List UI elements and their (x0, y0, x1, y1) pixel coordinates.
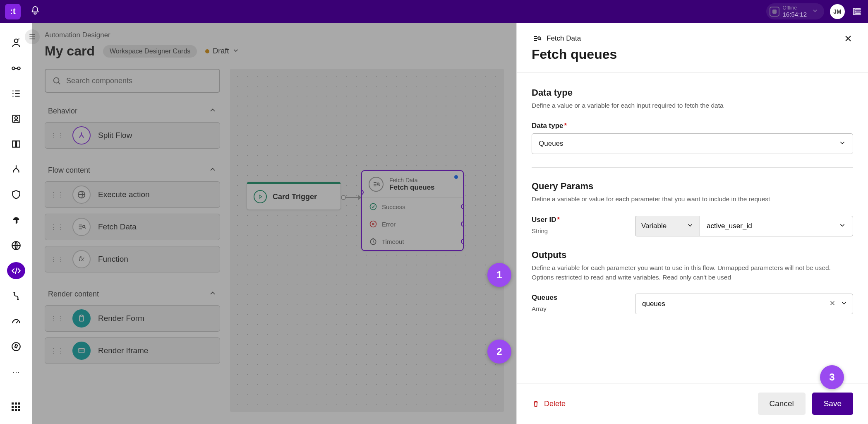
node-fetch-queues[interactable]: Fetch Data Fetch queues Success (361, 170, 464, 251)
nav-user-icon[interactable] (7, 34, 25, 51)
timeout-icon (369, 237, 378, 246)
notification-icon[interactable] (31, 6, 40, 17)
nav-fingerprint-icon[interactable] (7, 212, 25, 229)
component-function[interactable]: ⋮⋮ fx Function (45, 246, 220, 272)
section-flow-content[interactable]: Flow content (45, 164, 220, 181)
close-button[interactable] (843, 34, 853, 46)
fetch-icon (532, 34, 542, 43)
param-queues: Queues Array queues (532, 294, 853, 314)
select-data-type[interactable]: Queues (532, 133, 853, 154)
field-type: String (532, 227, 627, 234)
output-value-select[interactable]: queues (635, 294, 853, 314)
component-render-iframe[interactable]: ⋮⋮ Render Iframe (45, 337, 220, 364)
sidebar-collapse-button[interactable] (25, 29, 40, 44)
component-execute-action[interactable]: ⋮⋮ Execute action (45, 181, 220, 208)
search-input[interactable]: Search components (45, 69, 220, 93)
drag-handle-icon: ⋮⋮ (50, 132, 65, 140)
node-type-label: Fetch Data (389, 177, 435, 183)
component-label: Split Flow (98, 131, 132, 140)
nav-logic-icon[interactable] (7, 287, 25, 304)
drag-handle-icon: ⋮⋮ (50, 191, 65, 199)
callout-2: 2 (487, 340, 511, 364)
chevron-down-icon (686, 222, 694, 231)
chevron-up-icon (209, 106, 217, 116)
save-button[interactable]: Save (812, 393, 853, 415)
output-port[interactable] (461, 204, 464, 210)
page-title: My card (45, 43, 95, 59)
component-fetch-data[interactable]: ⋮⋮ Fetch Data (45, 214, 220, 240)
section-desc: Define a variable for each parameter you… (532, 263, 853, 282)
svg-point-20 (377, 183, 379, 185)
svg-point-4 (14, 39, 18, 43)
chevron-down-icon (839, 139, 846, 148)
nav-compass-icon[interactable] (7, 338, 25, 355)
svg-point-12 (12, 343, 20, 351)
svg-rect-10 (17, 141, 20, 147)
node-label: Card Trigger (273, 193, 317, 201)
drag-handle-icon: ⋮⋮ (50, 347, 65, 355)
flow-canvas[interactable]: Card Trigger Fetch Data Fetch (230, 69, 504, 412)
section-behavior[interactable]: Behavior (45, 104, 220, 122)
variable-value-select[interactable]: active_user_id (700, 216, 853, 236)
status-pill[interactable]: Offline 16:54:12 (766, 3, 824, 19)
svg-rect-2 (856, 11, 860, 12)
left-nav: ⋯ (0, 23, 32, 424)
component-render-form[interactable]: ⋮⋮ Render Form (45, 305, 220, 332)
play-icon (254, 190, 267, 203)
section-title: Data type (532, 87, 853, 98)
output-port[interactable] (461, 239, 464, 244)
chevron-down-icon (232, 47, 240, 56)
chevron-down-icon (839, 222, 846, 231)
search-icon (52, 76, 61, 85)
nav-code-icon[interactable] (7, 262, 25, 279)
clear-icon[interactable] (829, 299, 836, 309)
svg-point-5 (12, 67, 15, 70)
callout-1: 1 (487, 263, 511, 287)
callout-3: 3 (820, 365, 844, 389)
nav-apps-icon[interactable] (7, 398, 25, 416)
component-label: Fetch Data (98, 222, 137, 231)
nav-link-icon[interactable] (7, 60, 25, 77)
user-avatar[interactable]: JM (830, 4, 845, 19)
nav-contact-icon[interactable] (7, 110, 25, 127)
chevron-down-icon (840, 299, 848, 309)
section-label: Flow content (48, 166, 90, 175)
nav-branch-icon[interactable] (7, 161, 25, 178)
panel-toggle-icon[interactable] (851, 5, 863, 18)
param-user-id: User ID* String Variable active_user_id (532, 216, 853, 236)
variable-type-select[interactable]: Variable (635, 216, 700, 236)
svg-point-13 (54, 78, 59, 83)
function-icon: fx (72, 250, 91, 268)
svg-point-21 (370, 204, 376, 210)
app-logo[interactable]: :t (5, 4, 21, 19)
section-desc: Define a variable or value for each para… (532, 194, 853, 204)
svg-point-6 (17, 67, 20, 70)
delete-label: Delete (544, 400, 566, 408)
section-title: Query Params (532, 181, 853, 192)
component-label: Render Iframe (98, 346, 148, 355)
section-label: Behavior (48, 107, 77, 116)
delete-button[interactable]: Delete (532, 400, 566, 408)
section-title: Outputs (532, 250, 853, 260)
node-card-trigger[interactable]: Card Trigger (247, 182, 341, 210)
drag-handle-icon: ⋮⋮ (50, 315, 65, 323)
status-label: Offline (783, 5, 807, 11)
nav-more-icon[interactable]: ⋯ (7, 364, 25, 381)
nav-globe-icon[interactable] (7, 237, 25, 254)
nav-columns-icon[interactable] (7, 136, 25, 153)
nav-list-icon[interactable] (7, 85, 25, 102)
split-icon (72, 126, 91, 145)
breadcrumb: Automation Designer (45, 31, 504, 39)
section-render-content[interactable]: Render content (45, 287, 220, 305)
node-title: Fetch queues (389, 183, 435, 192)
form-icon (72, 309, 91, 328)
status-dropdown[interactable]: Draft (205, 47, 240, 56)
fetch-icon (72, 218, 91, 236)
cancel-button[interactable]: Cancel (758, 393, 806, 415)
nav-shield-icon[interactable] (7, 186, 25, 203)
workspace-chip[interactable]: Workspace Designer Cards (103, 45, 197, 58)
component-split-flow[interactable]: ⋮⋮ Split Flow (45, 122, 220, 149)
nav-gauge-icon[interactable] (7, 313, 25, 330)
output-port[interactable] (461, 222, 464, 227)
chevron-up-icon (209, 289, 217, 299)
